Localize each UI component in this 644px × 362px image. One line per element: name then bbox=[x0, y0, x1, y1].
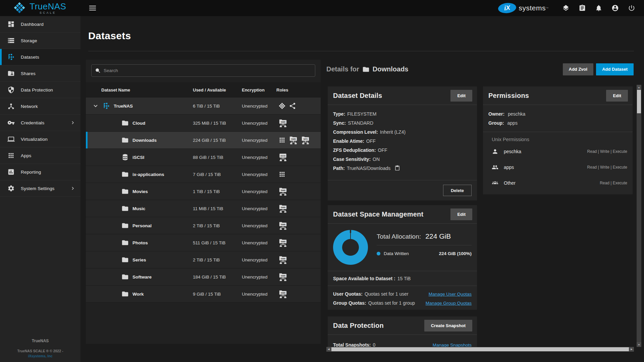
encryption-state: Unencrypted bbox=[242, 189, 276, 194]
donut-legend: Data Written 224 GiB (100%) bbox=[377, 245, 472, 256]
column-roles: Roles bbox=[276, 87, 321, 93]
create-snapshot-button[interactable]: Create Snapshot bbox=[424, 320, 472, 331]
sidebar-item-credentials[interactable]: Credentials bbox=[0, 115, 80, 131]
folder-icon bbox=[121, 256, 129, 263]
nfs-share-icon: NFS bbox=[301, 135, 310, 145]
permission-values: Read | Execute bbox=[600, 181, 627, 185]
vertical-scrollbar[interactable]: ▲ ▼ bbox=[637, 85, 641, 347]
footer-company-link[interactable]: iXsystems, Inc bbox=[0, 354, 80, 358]
roles-icons: SMB bbox=[276, 255, 321, 265]
sidebar-item-dashboard[interactable]: Dashboard bbox=[0, 16, 80, 33]
column-dataset-name: Dataset Name bbox=[86, 87, 193, 93]
copy-path-icon[interactable] bbox=[394, 165, 400, 171]
folder-icon bbox=[121, 205, 129, 212]
field-value: FILESYSTEM bbox=[347, 111, 376, 117]
sidebar-item-data-protection[interactable]: Data Protection bbox=[0, 82, 80, 98]
sidebar-item-datasets[interactable]: Datasets bbox=[0, 49, 80, 65]
manage-user-quotas-link[interactable]: Manage User Quotas bbox=[429, 290, 472, 299]
dataset-row-personal[interactable]: Personal2 TiB / 15 TiBUnencryptedSMB bbox=[86, 217, 321, 234]
laptop-icon bbox=[7, 135, 15, 143]
sidebar-item-apps[interactable]: Apps bbox=[0, 147, 80, 164]
scroll-right-arrow[interactable]: ▶ bbox=[629, 347, 634, 352]
group-value: apps bbox=[507, 120, 518, 126]
scroll-up-arrow[interactable]: ▲ bbox=[637, 85, 641, 89]
sidebar-item-label: Data Protection bbox=[21, 87, 53, 93]
sidebar-item-system-settings[interactable]: System Settings bbox=[0, 180, 80, 197]
power-icon[interactable] bbox=[628, 4, 635, 12]
datasets-icon bbox=[7, 53, 15, 61]
horizontal-scrollbar[interactable]: ◀ ▶ bbox=[326, 347, 634, 352]
edit-dataset-details-button[interactable]: Edit bbox=[450, 90, 472, 102]
dataset-row-cloud[interactable]: Cloud325 MiB / 15 TiBUnencryptedSMB bbox=[86, 115, 321, 132]
encryption-state: Unencrypted bbox=[242, 172, 276, 177]
groups-icon bbox=[492, 180, 498, 186]
smb-share-icon: SMB bbox=[278, 255, 287, 265]
dataset-row-photos[interactable]: Photos511 GiB / 15 TiBUnencryptedSMB bbox=[86, 234, 321, 251]
manage-group-quotas-link[interactable]: Manage Group Quotas bbox=[426, 299, 472, 308]
notifications-icon[interactable] bbox=[595, 4, 602, 12]
encryption-state: Unencrypted bbox=[242, 121, 276, 126]
field-value: ON bbox=[373, 157, 380, 162]
field-label: Path: bbox=[333, 166, 345, 171]
search-box[interactable] bbox=[91, 64, 315, 77]
scroll-left-arrow[interactable]: ◀ bbox=[326, 347, 331, 352]
dataset-row-movies[interactable]: Movies1 TiB / 15 TiBUnencryptedSMB bbox=[86, 183, 321, 200]
menu-toggle-icon[interactable] bbox=[89, 6, 96, 12]
total-snapshots-value: 0 bbox=[373, 342, 376, 347]
tasks-clipboard-icon[interactable] bbox=[579, 4, 586, 12]
field-value: TrueNAS/Downloads bbox=[347, 166, 390, 171]
used-available: 224 GiB / 15 TiB bbox=[193, 138, 242, 143]
sidebar-item-storage[interactable]: Storage bbox=[0, 33, 80, 49]
dataset-row-music[interactable]: Music11 MiB / 15 TiBUnencryptedSMB bbox=[86, 200, 321, 217]
sidebar-item-shares[interactable]: Shares bbox=[0, 65, 80, 82]
title-divider bbox=[88, 51, 634, 51]
dataset-row-downloads[interactable]: Downloads224 GiB / 15 TiBUnencryptedSMBN… bbox=[86, 132, 321, 149]
space-management-card: Dataset Space Management Edit Total Allo… bbox=[328, 205, 477, 310]
detail-field: Path:TrueNAS/Downloads bbox=[333, 164, 472, 173]
folder-icon bbox=[362, 66, 370, 73]
field-label: Case Sensitivity: bbox=[333, 157, 371, 162]
sidebar-item-virtualization[interactable]: Virtualization bbox=[0, 131, 80, 147]
truecommand-icon[interactable] bbox=[562, 4, 570, 12]
add-zvol-button[interactable]: Add Zvol bbox=[563, 63, 594, 75]
sidebar-item-label: Reporting bbox=[21, 170, 41, 175]
delete-dataset-button[interactable]: Delete bbox=[443, 185, 472, 196]
scroll-down-arrow[interactable]: ▼ bbox=[637, 342, 641, 347]
roles-icons: SMB bbox=[276, 238, 321, 248]
card-title: Permissions bbox=[488, 92, 529, 100]
smb-share-icon: SMB bbox=[278, 238, 287, 248]
dataset-name: Downloads bbox=[132, 138, 157, 143]
shield-icon bbox=[7, 86, 15, 94]
edit-space-button[interactable]: Edit bbox=[450, 208, 472, 220]
smb-share-icon: SMB bbox=[278, 187, 287, 196]
truenas-logo[interactable]: TrueNAS SCALE bbox=[13, 2, 66, 15]
horizontal-scroll-thumb[interactable] bbox=[331, 347, 629, 351]
dataset-row-software[interactable]: Software184 GiB / 15 TiBUnencryptedSMB bbox=[86, 268, 321, 286]
sidebar-item-label: Datasets bbox=[21, 55, 39, 60]
ixsystems-logo[interactable]: iX systems ™ bbox=[498, 3, 548, 13]
search-input[interactable] bbox=[104, 68, 312, 73]
dataset-name: Music bbox=[132, 206, 145, 211]
encryption-state: Unencrypted bbox=[242, 155, 276, 160]
encryption-state: Unencrypted bbox=[242, 275, 276, 280]
legend-label: Data Written bbox=[384, 251, 409, 256]
dataset-row-truenas[interactable]: TrueNAS6 TiB / 15 TiBUnencrypted bbox=[86, 98, 321, 115]
dataset-row-series[interactable]: Series2 TiB / 15 TiBUnencryptedSMB bbox=[86, 251, 321, 268]
dataset-name: Work bbox=[132, 292, 144, 297]
group-quotas-label: Group Quotas: bbox=[333, 299, 366, 308]
account-icon[interactable] bbox=[611, 4, 619, 12]
sidebar-item-reporting[interactable]: Reporting bbox=[0, 164, 80, 180]
add-dataset-button[interactable]: Add Dataset bbox=[596, 63, 634, 75]
dataset-row-work[interactable]: Work9 GiB / 15 TiBUnencryptedSMB bbox=[86, 286, 321, 303]
vertical-scroll-thumb[interactable] bbox=[637, 90, 641, 113]
permission-entry-apps: appsRead | Write | Execute bbox=[483, 159, 633, 175]
expand-chevron-down-icon[interactable] bbox=[92, 102, 99, 110]
dataset-row-iscsi[interactable]: iSCSI88 GiB / 15 TiBUnencryptediSCSI bbox=[86, 149, 321, 166]
roles-icons: SMB bbox=[276, 289, 321, 299]
sidebar-item-network[interactable]: Network bbox=[0, 98, 80, 115]
user-quotas-label: User Quotas: bbox=[333, 290, 363, 299]
used-available: 184 GiB / 15 TiB bbox=[193, 275, 242, 280]
edit-permissions-button[interactable]: Edit bbox=[606, 90, 628, 102]
manage-snapshots-link[interactable]: Manage Snapshots bbox=[433, 343, 472, 347]
dataset-row-ix-applications[interactable]: ix-applications7 GiB / 15 TiBUnencrypted bbox=[86, 166, 321, 183]
